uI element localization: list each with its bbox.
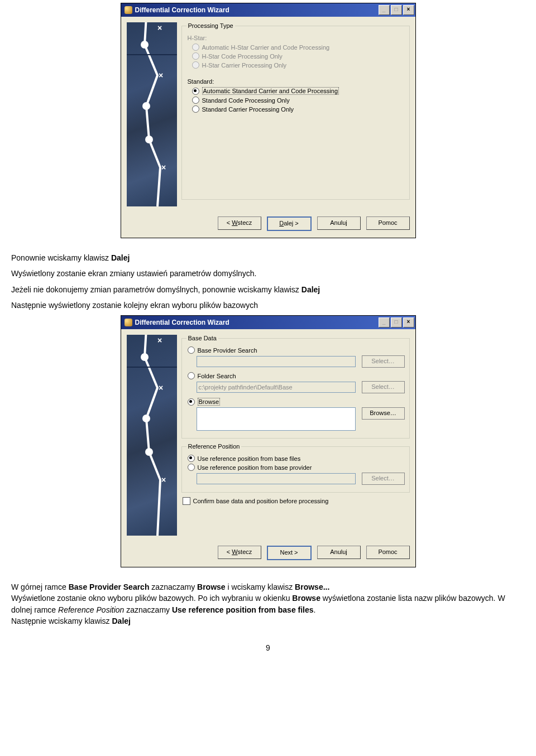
select-button-1: Select… <box>362 355 405 368</box>
page-number: 9 <box>11 643 525 652</box>
radio-ref-provider[interactable] <box>188 464 195 471</box>
close-icon[interactable]: × <box>403 5 414 15</box>
svg-text:×: × <box>159 383 163 392</box>
svg-point-10 <box>142 415 150 422</box>
hstar-label: H-Star: <box>188 35 405 41</box>
minimize-icon[interactable]: _ <box>379 5 390 15</box>
radio-hstar-code <box>192 52 199 60</box>
radio-hstar-carrier <box>192 61 199 69</box>
app-icon <box>125 6 132 14</box>
maximize-icon[interactable]: □ <box>391 317 402 328</box>
body-text-1: Ponownie wciskamy klawisz Dalej <box>11 252 525 263</box>
maximize-icon[interactable]: □ <box>391 5 402 15</box>
body-text-4: Następnie wyświetlony zostanie kolejny e… <box>11 300 525 311</box>
body-text-5: W górnej ramce Base Provider Search zazn… <box>11 581 525 627</box>
radio-ref-basefiles[interactable] <box>188 455 195 462</box>
body-text-2: Wyświetlony zostanie ekran zmiany ustawi… <box>11 268 525 279</box>
wizard-dialog-2: Differential Correction Wizard _ □ × × ×… <box>121 315 416 567</box>
ref-provider-input <box>197 473 356 484</box>
svg-point-11 <box>145 448 153 456</box>
minimize-icon[interactable]: _ <box>379 317 390 328</box>
select-button-3: Select… <box>362 473 405 485</box>
confirm-label: Confirm base data and position before pr… <box>193 498 329 504</box>
label-folder: Folder Search <box>198 373 236 379</box>
opt-hstar-2: H-Star Carrier Processing Only <box>202 62 287 69</box>
next-button[interactable]: Dalej > <box>267 216 312 231</box>
radio-folder-search[interactable] <box>188 372 195 379</box>
opt-hstar-1: H-Star Code Processing Only <box>202 53 283 60</box>
opt-std-0: Automatic Standard Carrier and Code Proc… <box>202 87 339 95</box>
back-button[interactable]: < Wstecz <box>218 216 261 230</box>
refpos-legend: Reference Position <box>186 443 242 450</box>
body-text-3: Jeżeli nie dokonujemy zmian parametrów d… <box>11 284 525 295</box>
title-bar-2[interactable]: Differential Correction Wizard _ □ × <box>121 316 415 329</box>
svg-text:×: × <box>157 336 162 345</box>
opt-std-2: Standard Carrier Processing Only <box>202 106 294 113</box>
svg-point-3 <box>142 102 150 110</box>
label-ref2: Use reference position from base provide… <box>198 464 312 471</box>
wizard-dialog-1: Differential Correction Wizard _ □ × × ×… <box>121 3 416 238</box>
window-title-2: Differential Correction Wizard <box>135 319 229 326</box>
browse-button[interactable]: Browse… <box>362 407 405 420</box>
browse-listbox[interactable] <box>197 407 356 431</box>
button-bar: < Wstecz Dalej > Anuluj Pomoc <box>121 212 415 238</box>
svg-point-7 <box>141 353 149 361</box>
svg-text:×: × <box>157 23 162 32</box>
svg-text:×: × <box>161 163 166 172</box>
label-browse: Browse <box>198 398 221 406</box>
opt-hstar-0: Automatic H-Star Carrier and Code Proces… <box>202 44 330 51</box>
base-data-group: Base Data Base Provider Search Select… F… <box>181 335 410 439</box>
window-title: Differential Correction Wizard <box>135 6 229 14</box>
group-legend: Processing Type <box>186 22 235 29</box>
title-bar[interactable]: Differential Correction Wizard _ □ × <box>121 3 415 17</box>
confirm-checkbox[interactable] <box>183 497 190 505</box>
radio-std-code[interactable] <box>192 97 199 104</box>
next-button-2[interactable]: Next > <box>267 546 312 560</box>
radio-browse[interactable] <box>188 398 195 406</box>
label-provider: Base Provider Search <box>198 347 257 354</box>
processing-type-group: Processing Type H-Star: Automatic H-Star… <box>181 22 410 200</box>
svg-text:×: × <box>161 475 166 484</box>
standard-label: Standard: <box>188 78 405 85</box>
select-button-2: Select… <box>362 381 405 393</box>
opt-std-1: Standard Code Processing Only <box>202 97 290 104</box>
radio-provider-search[interactable] <box>188 346 195 354</box>
provider-input <box>197 356 356 367</box>
help-button-2[interactable]: Pomoc <box>366 546 410 559</box>
reference-position-group: Reference Position Use reference positio… <box>181 443 410 493</box>
app-icon <box>125 319 132 326</box>
wizard-side-image: × × × <box>127 22 177 206</box>
svg-point-0 <box>141 41 149 49</box>
label-ref1: Use reference position from base files <box>198 455 301 462</box>
cancel-button-2[interactable]: Anuluj <box>317 546 361 559</box>
cancel-button[interactable]: Anuluj <box>317 216 361 230</box>
radio-std-auto[interactable] <box>192 88 199 95</box>
svg-text:×: × <box>159 71 163 80</box>
radio-hstar-auto <box>192 44 199 51</box>
radio-std-carrier[interactable] <box>192 105 199 113</box>
button-bar-2: < Wstecz Next > Anuluj Pomoc <box>121 541 415 567</box>
basedata-legend: Base Data <box>186 335 218 341</box>
close-icon[interactable]: × <box>403 317 414 328</box>
svg-point-4 <box>145 136 153 143</box>
back-button-2[interactable]: < Wstecz <box>218 546 261 559</box>
help-button[interactable]: Pomoc <box>366 216 410 230</box>
folder-input: c:\projekty pathfinder\Default\Base <box>197 382 356 393</box>
wizard-side-image-2: × × × <box>127 335 177 536</box>
